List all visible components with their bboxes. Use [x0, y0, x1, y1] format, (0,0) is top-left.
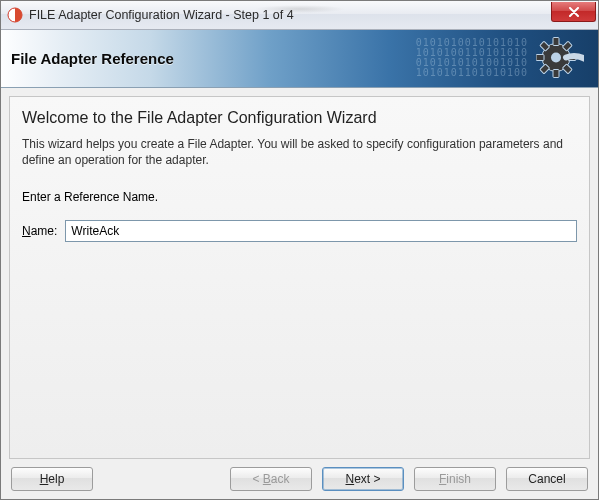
name-field-row: Name:: [22, 220, 577, 242]
svg-rect-3: [553, 69, 559, 77]
close-icon: [568, 7, 580, 17]
app-icon: [7, 7, 23, 23]
field-prompt: Enter a Reference Name.: [22, 190, 577, 204]
titlebar: FILE Adapter Configuration Wizard - Step…: [1, 1, 598, 30]
svg-rect-2: [553, 37, 559, 45]
name-label: Name:: [22, 224, 57, 238]
svg-point-10: [551, 52, 561, 62]
name-input[interactable]: [65, 220, 577, 242]
content-area: Welcome to the File Adapter Configuratio…: [9, 96, 590, 459]
banner: File Adapter Reference 0101010010101010 …: [1, 30, 598, 88]
cancel-button[interactable]: Cancel: [506, 467, 588, 491]
wizard-window: FILE Adapter Configuration Wizard - Step…: [0, 0, 599, 500]
next-button[interactable]: Next >: [322, 467, 404, 491]
finish-button[interactable]: Finish: [414, 467, 496, 491]
help-button[interactable]: Help: [11, 467, 93, 491]
banner-title: File Adapter Reference: [11, 50, 174, 67]
binary-decoration: 0101010010101010 1010100110101010 010101…: [416, 38, 528, 78]
title-decoration: [255, 5, 345, 13]
wizard-description: This wizard helps you create a File Adap…: [22, 137, 577, 168]
wizard-heading: Welcome to the File Adapter Configuratio…: [22, 109, 577, 127]
back-button[interactable]: < Back: [230, 467, 312, 491]
gear-icon: [536, 33, 584, 84]
svg-rect-4: [536, 54, 544, 60]
button-bar: Help < Back Next > Finish Cancel: [1, 459, 598, 499]
close-button[interactable]: [551, 2, 596, 22]
